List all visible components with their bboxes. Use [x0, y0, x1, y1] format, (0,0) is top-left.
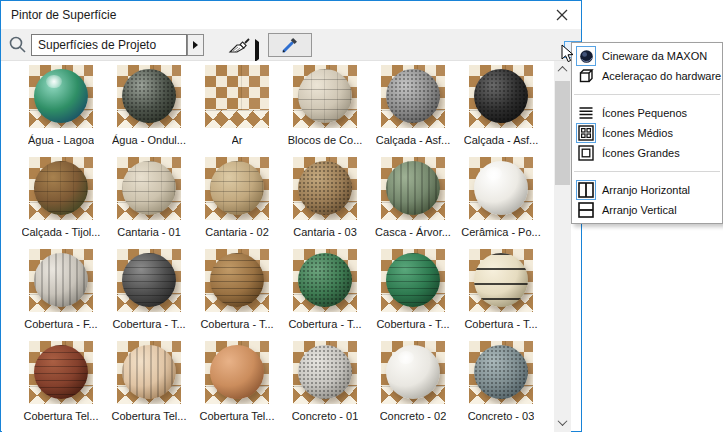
grid-icon [576, 123, 596, 143]
material-label: Cobertura Tel... [199, 410, 274, 422]
vertical-scrollbar[interactable] [554, 61, 571, 432]
menu-item[interactable]: Arranjo Vertical [572, 200, 722, 220]
paint-tool-dropdown[interactable] [255, 42, 259, 60]
material-tile[interactable]: Blocos de Co... [281, 65, 369, 157]
material-tile[interactable]: Cerâmica - Po... [457, 157, 545, 249]
material-thumbnail [205, 249, 269, 312]
material-tile[interactable]: Cantaria - 01 [105, 157, 193, 249]
close-button[interactable] [551, 5, 573, 25]
material-thumbnail [469, 157, 533, 220]
menu-item-label: Ícones Grandes [602, 147, 680, 159]
dialog-title: Pintor de Superfície [1, 8, 116, 22]
material-label: Concreto - 01 [292, 410, 359, 422]
material-thumbnail [293, 157, 357, 220]
material-thumbnail [117, 249, 181, 312]
material-thumbnail [117, 157, 181, 220]
material-tile[interactable]: Cantaria - 02 [193, 157, 281, 249]
cineware-icon [576, 46, 596, 66]
menu-item[interactable]: Cineware da MAXON [572, 46, 722, 66]
material-thumbnail [29, 341, 93, 404]
material-sphere [210, 253, 264, 307]
material-tile[interactable]: Cobertura - T... [281, 249, 369, 341]
material-sphere [474, 253, 528, 307]
material-label: Blocos de Co... [288, 134, 363, 146]
material-label: Água - Lagoa [28, 134, 94, 146]
material-thumbnail [117, 341, 181, 404]
material-tile[interactable]: Concreto - 03 [457, 341, 545, 432]
titlebar[interactable]: Pintor de Superfície [1, 1, 581, 29]
material-tile[interactable]: Ar [193, 65, 281, 157]
material-tile[interactable]: Cobertura - T... [105, 249, 193, 341]
material-tile[interactable]: Cobertura Tel... [105, 341, 193, 432]
menu-item[interactable]: Arranjo Horizontal [572, 180, 722, 200]
surface-painter-dialog: Pintor de Superfície Superfícies de Proj… [0, 0, 582, 432]
eyedropper-icon [280, 35, 300, 55]
material-sphere [210, 345, 264, 399]
materials-grid: Água - Lagoa Água - Ondul... Ar Blocos d… [2, 61, 554, 432]
material-thumbnail [29, 249, 93, 312]
view-options-menu: Cineware da MAXONAceleraçao do hardwareÍ… [571, 42, 723, 224]
scrollbar-thumb[interactable] [555, 81, 570, 185]
material-thumbnail [205, 341, 269, 404]
material-thumbnail [381, 157, 445, 220]
eyedropper-button[interactable] [268, 33, 312, 57]
surface-filter-dropdown-button[interactable] [187, 34, 204, 56]
material-thumbnail [469, 341, 533, 404]
material-tile[interactable]: Cantaria - 03 [281, 157, 369, 249]
material-sphere [474, 161, 528, 215]
material-thumbnail [205, 157, 269, 220]
menu-item-label: Aceleraçao do hardware [602, 70, 721, 82]
menu-item-label: Arranjo Horizontal [602, 184, 690, 196]
material-thumbnail [469, 65, 533, 128]
material-sphere [298, 161, 352, 215]
menu-item-label: Ícones Médios [602, 127, 673, 139]
material-sphere [122, 345, 176, 399]
material-tile[interactable]: Cobertura - T... [193, 249, 281, 341]
material-tile[interactable]: Calçada - Asf... [457, 65, 545, 157]
material-tile[interactable]: Cobertura - F... [17, 249, 105, 341]
material-tile[interactable]: Casca - Árvor... [369, 157, 457, 249]
material-sphere [298, 253, 352, 307]
material-sphere [386, 161, 440, 215]
menu-separator [574, 94, 720, 95]
material-tile[interactable]: Cobertura - T... [457, 249, 545, 341]
menu-item[interactable]: Ícones Grandes [572, 143, 722, 163]
menu-item[interactable]: Ícones Médios [572, 123, 722, 143]
chevron-down-icon [558, 416, 568, 426]
material-label: Calçada - Asf... [376, 134, 451, 146]
surface-filter-combobox[interactable]: Superfícies de Projeto [31, 34, 187, 56]
material-label: Cerâmica - Po... [461, 226, 540, 238]
toolbar: Superfícies de Projeto [1, 29, 581, 61]
material-thumbnail [29, 65, 93, 128]
material-thumbnail [381, 249, 445, 312]
material-label: Cobertura Tel... [23, 410, 98, 422]
menu-item[interactable]: Aceleraçao do hardware [572, 66, 722, 86]
screen: Pintor de Superfície Superfícies de Proj… [0, 0, 723, 432]
material-tile[interactable]: Cobertura Tel... [193, 341, 281, 432]
material-thumbnail [381, 65, 445, 128]
paint-tool-button[interactable] [227, 33, 253, 57]
material-sphere [474, 69, 528, 123]
menu-item[interactable]: Ícones Pequenos [572, 103, 722, 123]
search-icon [8, 35, 27, 58]
material-tile[interactable]: Calçada - Asf... [369, 65, 457, 157]
scroll-down-button[interactable] [554, 414, 571, 431]
material-sphere [34, 69, 88, 123]
material-tile[interactable]: Concreto - 02 [369, 341, 457, 432]
material-thumbnail [205, 65, 269, 128]
material-label: Concreto - 03 [468, 410, 535, 422]
material-tile[interactable]: Calçada - Tijol... [17, 157, 105, 249]
material-label: Cobertura - F... [24, 318, 97, 330]
material-tile[interactable]: Água - Lagoa [17, 65, 105, 157]
material-thumbnail [381, 341, 445, 404]
material-tile[interactable]: Cobertura - T... [369, 249, 457, 341]
triangle-right-small-icon [255, 39, 259, 62]
material-tile[interactable]: Concreto - 01 [281, 341, 369, 432]
material-sphere [386, 345, 440, 399]
material-label: Cantaria - 03 [293, 226, 357, 238]
split-horizontal-icon [576, 180, 596, 200]
material-label: Calçada - Asf... [464, 134, 539, 146]
material-tile[interactable]: Água - Ondul... [105, 65, 193, 157]
material-sphere [298, 69, 352, 123]
material-tile[interactable]: Cobertura Tel... [17, 341, 105, 432]
